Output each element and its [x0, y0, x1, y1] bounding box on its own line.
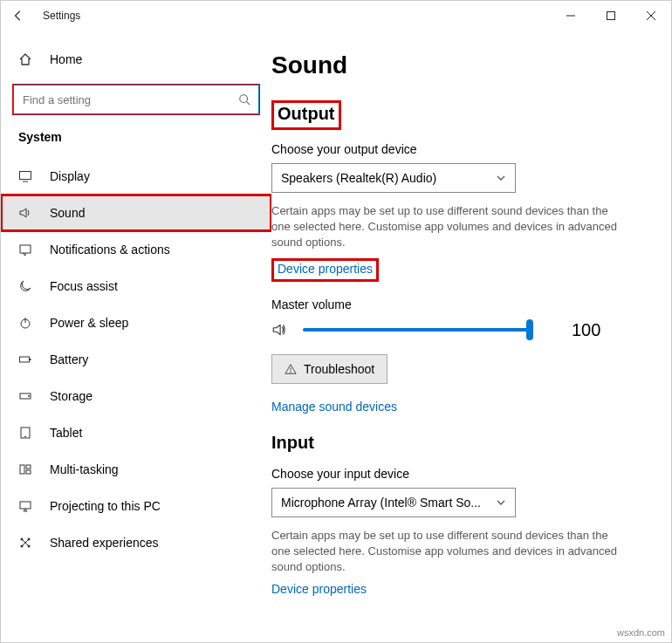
volume-slider[interactable] [303, 321, 530, 339]
home-icon [18, 52, 34, 66]
shared-icon [18, 536, 34, 550]
chevron-down-icon [496, 497, 506, 508]
troubleshoot-label: Troubleshoot [304, 362, 374, 376]
watermark: wsxdn.com [617, 627, 665, 638]
svg-rect-15 [20, 465, 24, 474]
output-heading-wrap: Output [271, 100, 341, 130]
sidebar-item-projecting[interactable]: Projecting to this PC [1, 488, 271, 524]
sidebar-item-multitasking[interactable]: Multi-tasking [1, 451, 271, 488]
output-choose-label: Choose your output device [271, 142, 661, 156]
close-button[interactable] [631, 1, 671, 31]
display-icon [18, 169, 34, 183]
focus-assist-icon [18, 279, 34, 293]
svg-line-3 [247, 102, 250, 106]
svg-point-12 [28, 395, 30, 397]
troubleshoot-button[interactable]: Troubleshoot [271, 354, 387, 384]
output-help-text: Certain apps may be set up to use differ… [271, 203, 629, 251]
input-device-select[interactable]: Microphone Array (Intel® Smart So... [271, 488, 516, 517]
svg-rect-16 [26, 465, 31, 469]
search-wrap [13, 85, 259, 114]
sidebar-item-display[interactable]: Display [1, 158, 271, 195]
power-icon [18, 316, 34, 330]
volume-row: 100 [271, 320, 661, 340]
svg-rect-6 [20, 245, 31, 253]
input-device-value: Microphone Array (Intel® Smart So... [281, 496, 481, 510]
chevron-down-icon [496, 173, 506, 183]
home-label: Home [50, 52, 82, 66]
output-device-properties-link[interactable]: Device properties [278, 262, 373, 276]
tablet-icon [18, 426, 34, 440]
sidebar-item-shared-experiences[interactable]: Shared experiences [1, 524, 271, 561]
output-section: Output Choose your output device Speaker… [271, 100, 661, 414]
back-button[interactable] [8, 10, 29, 22]
page-title: Sound [271, 51, 661, 79]
svg-point-22 [28, 545, 31, 548]
notifications-icon [18, 243, 34, 257]
svg-rect-9 [20, 357, 30, 362]
input-section: Input Choose your input device Microphon… [271, 433, 661, 597]
minimize-button[interactable] [551, 1, 591, 31]
window-title: Settings [29, 10, 551, 22]
svg-rect-4 [20, 172, 31, 180]
maximize-button[interactable] [591, 1, 631, 31]
output-device-value: Speakers (Realtek(R) Audio) [281, 171, 436, 185]
svg-rect-1 [607, 12, 615, 20]
svg-point-21 [21, 545, 24, 548]
sidebar-item-tablet[interactable]: Tablet [1, 414, 271, 451]
output-device-select[interactable]: Speakers (Realtek(R) Audio) [271, 163, 516, 193]
multitasking-icon [18, 462, 34, 476]
sidebar-item-battery[interactable]: Battery [1, 341, 271, 378]
sidebar-item-sound[interactable]: Sound [1, 195, 271, 231]
sidebar-item-notifications[interactable]: Notifications & actions [1, 231, 271, 268]
projecting-icon [18, 499, 34, 513]
svg-point-24 [290, 371, 291, 372]
sidebar: Home System Display Sound [1, 31, 271, 642]
input-help-text: Certain apps may be set up to use differ… [271, 528, 629, 576]
svg-point-2 [240, 95, 248, 103]
input-choose-label: Choose your input device [271, 467, 661, 481]
settings-window: Settings Home [0, 0, 672, 643]
svg-rect-18 [20, 502, 31, 509]
volume-icon[interactable] [271, 322, 287, 338]
titlebar: Settings [1, 1, 671, 31]
home-nav[interactable]: Home [1, 41, 271, 78]
volume-value: 100 [572, 320, 600, 340]
sidebar-item-focus-assist[interactable]: Focus assist [1, 268, 271, 304]
window-controls [551, 1, 671, 31]
svg-rect-17 [26, 470, 31, 474]
main-content: Sound Output Choose your output device S… [271, 31, 671, 642]
input-device-properties-link[interactable]: Device properties [271, 582, 367, 596]
sidebar-item-storage[interactable]: Storage [1, 378, 271, 414]
storage-icon [18, 389, 34, 403]
svg-rect-10 [30, 359, 31, 360]
search-input[interactable] [13, 85, 259, 114]
output-heading: Output [278, 104, 335, 124]
input-heading: Input [271, 433, 661, 453]
battery-icon [18, 352, 34, 366]
search-icon [238, 93, 250, 106]
section-label: System [1, 127, 271, 158]
sidebar-item-power-sleep[interactable]: Power & sleep [1, 304, 271, 341]
svg-point-19 [21, 538, 24, 541]
master-volume-label: Master volume [271, 298, 661, 311]
svg-point-20 [28, 538, 31, 541]
manage-sound-devices-link[interactable]: Manage sound devices [271, 400, 397, 414]
sound-icon [18, 206, 34, 220]
device-properties-wrap: Device properties [271, 258, 379, 282]
warning-icon [285, 363, 297, 375]
